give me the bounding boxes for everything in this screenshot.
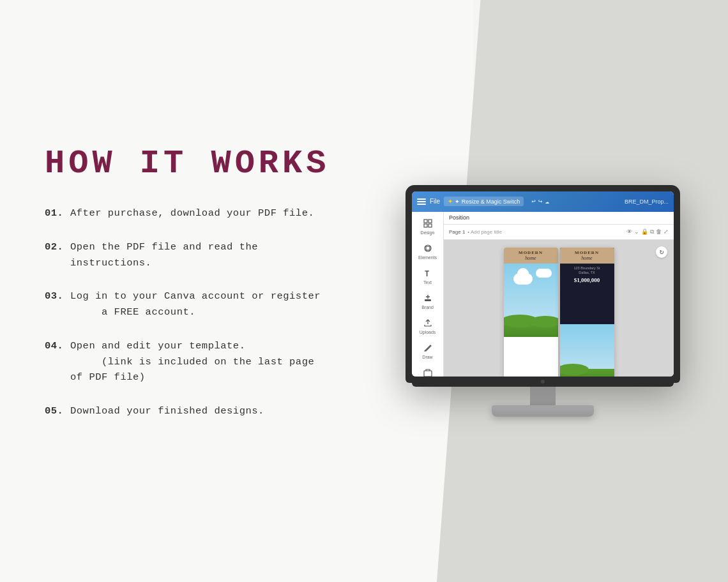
card-left: MODERN home <box>504 248 558 377</box>
star-icon: ✦ <box>448 198 453 205</box>
sidebar-design-label: Design <box>421 230 435 235</box>
sidebar-draw-label: Draw <box>422 355 432 359</box>
step-item-3: 03. Log in to your Canva account or regi… <box>45 288 332 320</box>
monitor-body: File ✦ ✦ Resize & Magic Switch ↩ ↪ ☁ BRE… <box>406 185 680 383</box>
svg-rect-1 <box>428 220 432 223</box>
left-content-section: HOW IT WORKS 01. After purchase, downloa… <box>0 107 370 475</box>
toolbar-filename: BRE_DM_Prop... <box>625 198 669 205</box>
undo-icon[interactable]: ↩ <box>531 197 536 205</box>
eye-icon[interactable]: 👁 <box>626 228 632 235</box>
monitor-base <box>492 405 594 417</box>
card-address: 123 Boundary StDallas, TX <box>563 266 611 276</box>
toolbar-undo-redo-icons: ↩ ↪ ☁ <box>531 197 549 205</box>
design-icon <box>422 218 434 229</box>
draw-icon <box>422 342 434 354</box>
cloud-save-icon[interactable]: ☁ <box>545 197 549 205</box>
redo-icon[interactable]: ↪ <box>538 197 543 205</box>
step-text-5: Download your finished designs. <box>70 403 264 419</box>
toolbar-file-label[interactable]: File <box>430 198 440 205</box>
sidebar-item-uploads[interactable]: Uploads <box>412 314 443 338</box>
svg-rect-5 <box>426 246 430 250</box>
sidebar-text-label: Text <box>423 280 432 285</box>
card-ground-right <box>560 369 614 377</box>
sidebar-elements-label: Elements <box>418 255 437 260</box>
svg-text:T: T <box>425 270 429 278</box>
hamburger-icon[interactable] <box>417 198 426 205</box>
sidebar-item-projects[interactable]: Projects <box>412 364 443 377</box>
svg-rect-3 <box>428 224 432 227</box>
expand-icon[interactable]: ⤢ <box>664 228 669 235</box>
card-script-label: home <box>508 255 554 261</box>
cloud-1 <box>513 273 533 285</box>
canvas-topbar-icons: 👁 ⌄ 🔒 ⧉ 🗑 ⤢ <box>626 228 669 235</box>
step-text-4: Open and edit your template. (link is in… <box>70 338 332 385</box>
canva-sidebar: Design Elements T <box>412 212 444 377</box>
step-item-1: 01. After purchase, download your PDF fi… <box>45 205 332 221</box>
card-label-band-right: MODERN home <box>560 248 614 264</box>
projects-icon <box>422 367 434 377</box>
step-text-3: Log in to your Canva account or register… <box>70 288 321 320</box>
step-number-5: 05. <box>45 403 70 419</box>
canva-toolbar: File ✦ ✦ Resize & Magic Switch ↩ ↪ ☁ BRE… <box>412 191 674 212</box>
monitor-screen: File ✦ ✦ Resize & Magic Switch ↩ ↪ ☁ BRE… <box>412 191 674 377</box>
card-modern-label: MODERN <box>508 250 554 255</box>
toolbar-resize-button[interactable]: ✦ ✦ Resize & Magic Switch <box>444 197 524 206</box>
card-bottom-white <box>504 337 558 377</box>
page-title: HOW IT WORKS <box>45 145 332 183</box>
svg-rect-2 <box>424 224 427 227</box>
step-text-1: After purchase, download your PDF file. <box>70 205 314 221</box>
step-number-2: 02. <box>45 239 70 255</box>
page-number-label: Page 1 <box>449 229 465 235</box>
card-label-band-left: MODERN home <box>504 248 558 264</box>
sidebar-uploads-label: Uploads <box>420 330 436 334</box>
position-label: Position <box>449 214 469 221</box>
step-item-4: 04. Open and edit your template. (link i… <box>45 338 332 385</box>
monitor-wrapper: File ✦ ✦ Resize & Magic Switch ↩ ↪ ☁ BRE… <box>406 185 680 417</box>
step-number-1: 01. <box>45 205 70 221</box>
step-number-4: 04. <box>45 338 70 354</box>
monitor-power-dot <box>541 380 545 384</box>
svg-rect-7 <box>425 299 431 301</box>
canva-main-area: Design Elements T <box>412 212 674 377</box>
svg-rect-0 <box>424 220 427 223</box>
elements-icon <box>422 243 434 254</box>
brand-icon <box>422 292 434 304</box>
card-sky-left <box>504 264 558 321</box>
sidebar-item-elements[interactable]: Elements <box>412 239 443 263</box>
text-icon: T <box>422 267 434 279</box>
card-modern-label-right: MODERN <box>564 250 610 255</box>
copy-icon[interactable]: ⧉ <box>650 228 654 235</box>
sidebar-item-brand[interactable]: Brand <box>412 289 443 313</box>
step-text-2: Open the PDF file and read the instructi… <box>70 239 332 271</box>
toolbar-resize-label: ✦ Resize & Magic Switch <box>455 198 520 205</box>
add-page-title-label[interactable]: • Add page title <box>467 229 502 235</box>
step-item-2: 02. Open the PDF file and read the instr… <box>45 239 332 271</box>
step-item-5: 05. Download your finished designs. <box>45 403 332 419</box>
card-right: MODERN home 123 Boundary StDallas, TX $1… <box>560 248 614 377</box>
sidebar-item-draw[interactable]: Draw <box>412 339 443 362</box>
card-sky-right <box>560 324 614 369</box>
step-number-3: 03. <box>45 288 70 304</box>
card-script-label-right: home <box>564 255 610 261</box>
monitor-section: File ✦ ✦ Resize & Magic Switch ↩ ↪ ☁ BRE… <box>370 166 728 417</box>
design-card-preview: MODERN home <box>504 248 614 377</box>
canva-canvas-area: Position Page 1 • Add page title 👁 ⌄ 🔒 <box>444 212 674 377</box>
sidebar-brand-label: Brand <box>421 305 434 310</box>
sidebar-item-design[interactable]: Design <box>412 214 443 238</box>
sidebar-item-text[interactable]: T Text <box>412 264 443 288</box>
card-price: $1,000,000 <box>563 277 611 283</box>
svg-rect-8 <box>424 371 432 377</box>
trash-icon[interactable]: 🗑 <box>656 228 662 235</box>
monitor-chin <box>412 377 674 387</box>
canvas-topbar: Page 1 • Add page title 👁 ⌄ 🔒 ⧉ 🗑 ⤢ <box>444 225 674 240</box>
card-right-content: 123 Boundary StDallas, TX $1,000,000 <box>560 264 614 324</box>
uploads-icon <box>422 317 434 329</box>
steps-list: 01. After purchase, download your PDF fi… <box>45 205 332 437</box>
canvas-workspace: MODERN home <box>444 240 674 377</box>
cloud-2 <box>536 269 552 278</box>
chevron-down-icon[interactable]: ⌄ <box>634 228 639 235</box>
refresh-icon[interactable]: ↻ <box>656 246 667 258</box>
lock-icon[interactable]: 🔒 <box>641 228 648 235</box>
card-ground-left <box>504 321 558 337</box>
